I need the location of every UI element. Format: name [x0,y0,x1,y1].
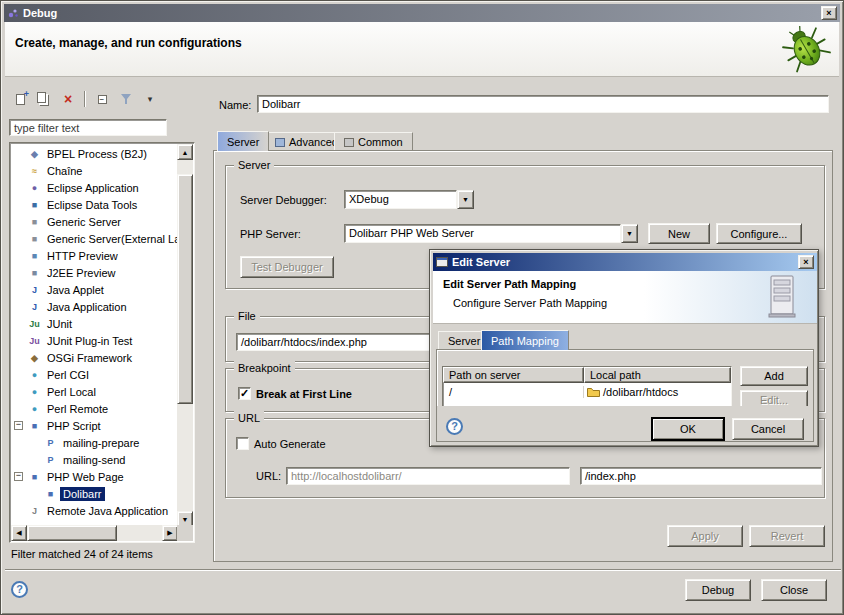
tree-item-http-preview[interactable]: ■HTTP Preview [12,247,178,264]
tree-item-perl-cgi[interactable]: ●Perl CGI [12,366,178,383]
apply-button[interactable]: Apply [667,525,743,547]
scroll-right-icon[interactable] [162,525,178,541]
close-button[interactable]: Close [761,579,827,601]
php-server-combo[interactable]: Dolibarr PHP Web Server [344,224,638,243]
tree-item-bpel-process-b2j[interactable]: ◆BPEL Process (B2J) [12,145,178,162]
scroll-up-icon[interactable] [177,144,193,160]
php-web-page-icon: ■ [27,472,42,482]
edit-server-close-button[interactable]: × [798,255,814,269]
perl-cgi-icon: ● [27,370,42,380]
filter-launch-configurations-button[interactable] [115,90,137,109]
name-input[interactable]: Dolibarr [257,95,829,113]
cha-ne-icon: ≈ [27,166,42,176]
dialog-tab-server-label: Server [448,335,480,347]
configure-server-button[interactable]: Configure... [716,223,802,244]
file-group-legend: File [234,309,260,323]
view-menu-button[interactable] [139,90,161,109]
tree-item-dolibarr[interactable]: ■Dolibarr [12,485,178,502]
tree-item-generic-server[interactable]: ■Generic Server [12,213,178,230]
auto-generate-label: Auto Generate [254,438,326,450]
tab-common[interactable]: Common [334,132,413,151]
revert-button[interactable]: Revert [749,525,825,547]
new-launch-configuration-button[interactable]: + [9,90,31,109]
scroll-left-icon[interactable] [11,525,27,541]
horizontal-scroll-thumb[interactable] [27,525,117,541]
edit-server-banner: Edit Server Path Mapping Configure Serve… [433,271,817,324]
filter-input[interactable]: type filter text [9,119,167,136]
break-at-first-line-label: Break at First Line [256,388,352,400]
tree-item-label: Dolibarr [60,487,105,501]
server-debugger-dropdown-icon[interactable] [457,190,474,209]
tree-item-label: J2EE Preview [44,266,118,280]
url-group-legend: URL [234,411,264,425]
cancel-button[interactable]: Cancel [732,418,804,440]
local-path-column-header[interactable]: Local path [584,367,731,383]
tree-item-eclipse-data-tools[interactable]: ■Eclipse Data Tools [12,196,178,213]
url-path-input[interactable]: /index.php [580,467,822,485]
tree-item-mailing-prepare[interactable]: Pmailing-prepare [12,434,178,451]
server-image [765,274,799,321]
collapse-toggle-icon[interactable]: − [14,421,23,430]
dialog-help-button[interactable] [446,418,463,435]
java-application-icon: J [27,302,42,312]
plus-badge-icon: + [24,90,29,99]
java-applet-icon: J [27,285,42,295]
tree-item-label: Chaîne [44,164,85,178]
duplicate-launch-configuration-button[interactable] [33,90,55,109]
tab-common-label: Common [358,136,403,148]
tree-item-perl-remote[interactable]: ●Perl Remote [12,400,178,417]
local-path-cell: /dolibarr/htdocs [583,386,731,398]
auto-generate-checkbox[interactable] [236,437,249,450]
tree-item-j2ee-preview[interactable]: ■J2EE Preview [12,264,178,281]
tree-item-label: Perl Remote [44,402,111,416]
panel-sash[interactable] [199,86,207,556]
add-mapping-button[interactable]: Add [740,366,808,386]
path-mapping-row[interactable]: //dolibarr/htdocs [443,383,731,400]
tree-item-label: BPEL Process (B2J) [44,147,150,161]
debug-button[interactable]: Debug [685,579,751,601]
tree-item-eclipse-application[interactable]: ●Eclipse Application [12,179,178,196]
folder-icon [587,387,600,397]
path-on-server-column-header[interactable]: Path on server [443,367,584,383]
break-at-first-line-checkbox[interactable] [238,387,251,400]
tab-server[interactable]: Server [217,131,269,151]
tree-item-java-application[interactable]: JJava Application [12,298,178,315]
server-debugger-label: Server Debugger: [240,194,327,206]
tree-item-perl-local[interactable]: ●Perl Local [12,383,178,400]
configuration-tree: ◆BPEL Process (B2J)≈Chaîne●Eclipse Appli… [12,145,178,526]
tree-item-java-applet[interactable]: JJava Applet [12,281,178,298]
collapse-toggle-icon[interactable]: − [14,472,23,481]
collapse-all-button[interactable]: − [91,90,113,109]
tree-item-php-web-page[interactable]: −■PHP Web Page [12,468,178,485]
tree-horizontal-scrollbar[interactable] [11,525,178,541]
test-debugger-button[interactable]: Test Debugger [240,256,334,278]
edit-server-title: Edit Server [452,256,794,268]
php-script-icon: ■ [27,421,42,431]
php-server-dropdown-icon[interactable] [621,224,638,243]
edit-server-titlebar[interactable]: Edit Server × [433,253,817,271]
tree-item-php-script[interactable]: −■PHP Script [12,417,178,434]
tree-item-junit[interactable]: JuJUnit [12,315,178,332]
titlebar[interactable]: Debug × [4,4,840,22]
base-url-input[interactable]: http://localhostdolibarr/ [286,467,570,485]
new-server-button[interactable]: New [648,223,710,244]
tree-vertical-scrollbar[interactable] [177,144,193,527]
tree-item-junit-plug-in-test[interactable]: JuJUnit Plug-in Test [12,332,178,349]
delete-launch-configuration-button[interactable] [57,90,79,109]
tree-item-remote-java-application[interactable]: JRemote Java Application [12,502,178,519]
vertical-scroll-thumb[interactable] [177,174,193,404]
ok-button[interactable]: OK [652,418,724,440]
scrollbar-corner [177,525,193,541]
dialog-tab-path-mapping[interactable]: Path Mapping [481,330,569,350]
tree-item-osgi-framework[interactable]: ◆OSGi Framework [12,349,178,366]
help-button[interactable] [11,581,28,598]
tree-item-label: Java Application [44,300,130,314]
tree-item-mailing-send[interactable]: Pmailing-send [12,451,178,468]
breakpoint-group-legend: Breakpoint [234,361,295,375]
window-close-button[interactable]: × [821,6,837,20]
tree-item-label: Eclipse Application [44,181,142,195]
tree-item-cha-ne[interactable]: ≈Chaîne [12,162,178,179]
tree-item-label: OSGi Framework [44,351,135,365]
server-debugger-combo[interactable]: XDebug [344,190,474,209]
tree-item-generic-server-external-la[interactable]: ■Generic Server(External La [12,230,178,247]
